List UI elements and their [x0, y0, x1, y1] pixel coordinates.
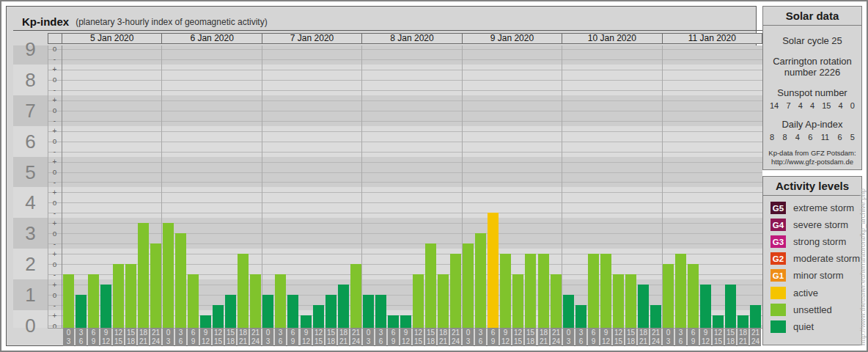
day-header: 8 Jan 2020	[361, 33, 462, 44]
kp-bar	[575, 305, 586, 328]
kp-bar	[750, 305, 761, 328]
legend-row: quiet	[770, 318, 814, 335]
y-axis-label: 2	[13, 253, 48, 276]
y-subtick: -	[48, 147, 62, 156]
x-interval-start: 12	[113, 329, 124, 337]
x-interval-label: 912	[301, 328, 312, 346]
x-interval-start: 15	[326, 329, 336, 337]
y-subtick: -	[48, 85, 62, 95]
x-interval-start: 18	[538, 329, 549, 337]
kp-index-page: Kp-index (planetary 3-hourly index of ge…	[0, 0, 868, 352]
x-interval-start: 3	[475, 329, 486, 337]
x-interval-start: 3	[275, 329, 286, 337]
x-interval-end: 9	[88, 337, 99, 346]
day-header-spacer	[48, 33, 62, 44]
legend-swatch-g3: G3	[770, 235, 786, 248]
x-interval-label: 2124	[350, 328, 361, 346]
x-interval-label: 69	[287, 328, 298, 346]
x-interval-label: 1821	[738, 328, 749, 346]
sunspot-number-values: 147441540	[763, 101, 861, 110]
y-subtick: -	[48, 270, 62, 279]
activity-levels-panel: Activity levels G5extreme stormG4severe …	[762, 176, 862, 345]
legend-swatch-g2: G2	[770, 252, 786, 265]
x-interval-start: 3	[175, 329, 186, 337]
x-interval-start: 9	[301, 329, 312, 337]
kp-data-source-line2: http://www.gfz-potsdam.de	[763, 158, 861, 166]
kp-bar	[538, 254, 549, 328]
legend-label: active	[793, 287, 818, 298]
x-interval-label: 36	[275, 328, 286, 346]
kp-bar	[275, 274, 286, 328]
x-interval-end: 6	[675, 337, 686, 346]
x-interval-start: 15	[525, 329, 536, 337]
x-interval-end: 24	[750, 337, 761, 346]
x-interval-start: 0	[363, 329, 374, 337]
x-interval-end: 3	[563, 337, 574, 346]
x-interval-start: 21	[450, 329, 461, 337]
x-interval-end: 21	[238, 337, 249, 346]
x-interval-label: 1518	[425, 328, 436, 346]
daily-ap-index-values: 88461165	[763, 133, 861, 142]
legend-label: severe storm	[793, 219, 848, 230]
y-subtick: +	[48, 188, 62, 197]
x-interval-end: 21	[638, 337, 649, 346]
y-subtick: +	[48, 280, 62, 290]
gridline	[48, 70, 762, 70]
sunspot-value: 4	[810, 101, 814, 110]
gridline	[48, 121, 762, 122]
x-interval-start: 6	[388, 329, 399, 337]
x-interval-end: 12	[500, 337, 511, 346]
legend-label: extreme storm	[793, 202, 854, 213]
page-title: Kp-index	[22, 15, 69, 28]
legend-row: unsettled	[770, 301, 832, 318]
x-interval-start: 6	[287, 329, 298, 337]
x-interval-end: 6	[76, 337, 87, 346]
legend-label: moderate storm	[793, 253, 860, 264]
y-subtick: o	[48, 229, 62, 238]
sunspot-value: 4	[798, 101, 803, 110]
kp-bar	[650, 305, 661, 328]
kp-bar	[675, 254, 686, 328]
y-subtick: +	[48, 311, 62, 320]
x-interval-label: 36	[175, 328, 186, 346]
kp-bar	[175, 233, 186, 328]
x-interval-end: 24	[350, 337, 361, 346]
y-subtick: +	[48, 219, 62, 228]
y-subtick: +	[48, 126, 62, 136]
x-interval-label: 1821	[238, 328, 249, 346]
x-interval-end: 15	[512, 337, 523, 346]
kp-bar	[625, 274, 636, 328]
x-interval-end: 24	[650, 337, 661, 346]
x-interval-start: 15	[125, 329, 136, 337]
kp-bar	[400, 315, 411, 328]
kp-bar	[525, 254, 536, 328]
x-interval-end: 18	[125, 337, 136, 346]
x-interval-end: 15	[613, 337, 624, 346]
x-interval-start: 21	[250, 329, 261, 337]
kp-bar	[488, 213, 499, 328]
y-axis-label: 7	[13, 100, 48, 122]
x-interval-label: 36	[475, 328, 486, 346]
kp-bar	[450, 254, 461, 328]
kp-bar	[700, 285, 711, 328]
kp-bar	[338, 285, 349, 328]
x-interval-label: 1215	[713, 328, 724, 346]
x-interval-start: 3	[575, 329, 586, 337]
kp-bar	[738, 315, 749, 328]
gridline	[48, 172, 762, 173]
day-header: 9 Jan 2020	[462, 33, 562, 44]
ap-value: 11	[821, 133, 829, 142]
ap-value: 6	[837, 133, 842, 142]
x-interval-start: 0	[463, 329, 474, 337]
x-interval-start: 6	[488, 329, 499, 337]
x-interval-end: 9	[388, 337, 399, 346]
x-interval-label: 1821	[438, 328, 449, 346]
y-axis-label: 9	[13, 38, 48, 61]
kp-bar	[287, 295, 298, 328]
x-interval-end: 12	[600, 337, 611, 346]
x-interval-label: 1518	[326, 328, 336, 346]
kp-bar	[363, 295, 374, 328]
x-interval-label: 1821	[338, 328, 349, 346]
x-interval-start: 6	[88, 329, 99, 337]
x-interval-label: 69	[588, 328, 599, 346]
